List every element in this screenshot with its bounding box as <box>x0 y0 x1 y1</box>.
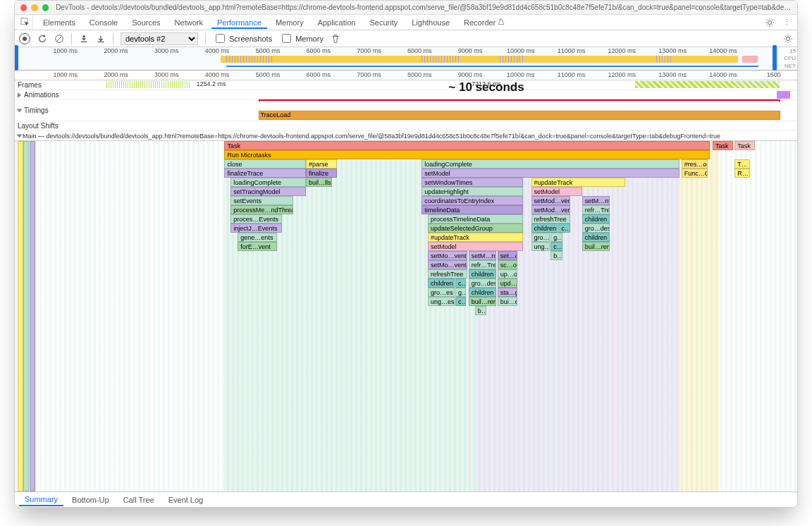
settings-icon[interactable] <box>762 15 777 30</box>
frames-track[interactable]: Frames 1254.2 ms ~ 10 seconds 7212.6 ms <box>15 80 797 90</box>
flame-task[interactable]: Task <box>224 141 709 150</box>
timings-track[interactable]: Timings TraceLoad <box>15 100 797 121</box>
zoom-window-icon[interactable] <box>42 4 49 11</box>
reload-icon[interactable] <box>37 34 47 44</box>
save-profile-icon[interactable] <box>96 34 106 44</box>
overview-minimap[interactable]: 1000 ms2000 ms3000 ms4000 ms5000 ms6000 … <box>15 47 797 71</box>
tab-sources[interactable]: Sources <box>126 16 166 29</box>
tab-lighthouse[interactable]: Lighthouse <box>406 16 455 29</box>
screenshots-checkbox[interactable]: Screenshots <box>213 32 272 45</box>
layout-shifts-track[interactable]: Layout Shifts <box>15 121 797 131</box>
record-button[interactable] <box>19 33 30 44</box>
main-thread-header[interactable]: Main — devtools://devtools/bundled/devto… <box>15 131 797 141</box>
overview-selection[interactable] <box>15 47 776 70</box>
clear-icon[interactable] <box>54 34 64 44</box>
tab-summary[interactable]: Summary <box>19 494 63 506</box>
memory-checkbox[interactable]: Memory <box>279 32 324 45</box>
trash-icon[interactable] <box>331 34 340 44</box>
flame-task[interactable]: Task <box>734 141 755 150</box>
tab-memory[interactable]: Memory <box>270 16 309 29</box>
window-title: DevTools - devtools://devtools/bundled/d… <box>56 4 792 11</box>
minimize-window-icon[interactable] <box>31 4 37 11</box>
window-titlebar: DevTools - devtools://devtools/bundled/d… <box>15 1 797 15</box>
panel-tabs: Elements Console Sources Network Perform… <box>37 16 510 29</box>
overview-handle-right[interactable] <box>773 45 777 71</box>
tab-bottom-up[interactable]: Bottom-Up <box>66 494 115 506</box>
details-tabs: Summary Bottom-Up Call Tree Event Log <box>15 491 797 507</box>
devtools-toolbar: Elements Console Sources Network Perform… <box>15 15 797 30</box>
tab-call-tree[interactable]: Call Tree <box>118 494 160 506</box>
flame-microtasks[interactable]: Run Microtasks <box>224 150 709 159</box>
tab-application[interactable]: Application <box>312 16 362 29</box>
tab-event-log[interactable]: Event Log <box>163 494 209 506</box>
performance-toolbar: devtools #2 Screenshots Memory <box>15 30 797 47</box>
tab-recorder[interactable]: Recorder <box>458 16 510 29</box>
traceload-bar[interactable]: TraceLoad <box>259 111 780 120</box>
inspect-icon[interactable] <box>18 15 33 30</box>
tab-performance[interactable]: Performance <box>211 16 267 29</box>
tab-console[interactable]: Console <box>84 16 123 29</box>
load-profile-icon[interactable] <box>79 34 89 44</box>
perf-settings-icon[interactable] <box>783 34 793 44</box>
overview-handle-left[interactable] <box>14 45 18 71</box>
tab-security[interactable]: Security <box>364 16 403 29</box>
close-window-icon[interactable] <box>20 4 27 11</box>
kebab-icon[interactable]: ⋮ <box>779 15 794 30</box>
svg-point-1 <box>768 20 771 24</box>
animations-track[interactable]: Animations <box>15 90 797 100</box>
tab-network[interactable]: Network <box>169 16 209 29</box>
flame-task[interactable]: Task <box>713 141 733 150</box>
flame-chart[interactable]: Task Task Task Run Microtasks close #par… <box>15 141 797 491</box>
timeline-ruler[interactable]: 1000 ms2000 ms3000 ms4000 ms5000 ms6000 … <box>15 71 797 80</box>
svg-point-3 <box>786 37 789 40</box>
session-select[interactable]: devtools #2 <box>121 32 198 45</box>
tab-elements[interactable]: Elements <box>37 16 81 29</box>
